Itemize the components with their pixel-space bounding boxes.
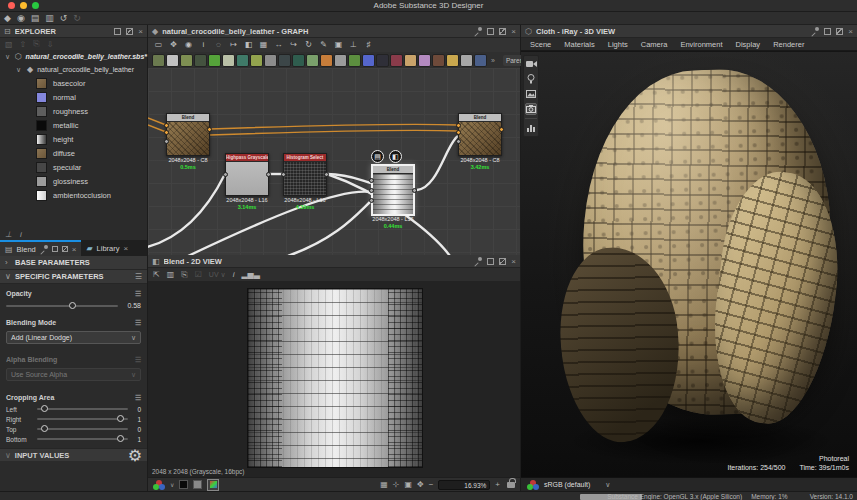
atomic-node-button[interactable]: [264, 54, 277, 67]
atomic-node-button[interactable]: [460, 54, 473, 67]
param-menu-icon[interactable]: ☰: [135, 319, 141, 327]
output-port[interactable]: [324, 172, 329, 177]
environment-image-icon[interactable]: [525, 88, 537, 100]
maximize-panel-icon[interactable]: [126, 28, 133, 35]
view3d-menu-item[interactable]: Camera: [641, 40, 668, 49]
crop-slider[interactable]: [37, 408, 128, 410]
app-toolbar-icon[interactable]: ◆: [4, 12, 11, 25]
graph-tool-icon[interactable]: ↪: [287, 39, 300, 51]
input-port[interactable]: [456, 130, 461, 135]
channel-row[interactable]: metallic: [0, 118, 147, 132]
graph-tool-icon[interactable]: ↔: [272, 39, 285, 51]
view3d-menu-item[interactable]: Scene: [530, 40, 551, 49]
opacity-value[interactable]: 0.58: [123, 302, 141, 309]
graph-tool-icon[interactable]: ✥: [167, 39, 180, 51]
close-window-button[interactable]: [8, 2, 15, 9]
graph-tool-icon[interactable]: ✎: [317, 39, 330, 51]
atomic-node-button[interactable]: [194, 54, 207, 67]
crop-slider[interactable]: [37, 428, 128, 430]
atomic-node-button[interactable]: [250, 54, 263, 67]
channel-row[interactable]: specular: [0, 160, 147, 174]
texture-preview[interactable]: [247, 288, 423, 468]
tab-blend[interactable]: ▤ Blend ×: [0, 240, 81, 256]
package-row[interactable]: ∨ ⬡ natural_crocodile_belly_leather.sbs*: [0, 50, 147, 63]
input-port[interactable]: [369, 178, 374, 183]
zoom-level-field[interactable]: 16.93%: [438, 480, 490, 490]
minimize-window-button[interactable]: [20, 2, 27, 9]
pin-icon[interactable]: [474, 27, 482, 35]
input-port[interactable]: [164, 123, 169, 128]
atomic-node-button[interactable]: [292, 54, 305, 67]
channel-row[interactable]: glossiness: [0, 174, 147, 188]
node-blend-1[interactable]: Blend 2048x2048 - C8 0.5ms: [166, 113, 210, 156]
new-graph-icon[interactable]: ▧: [5, 40, 13, 49]
atomic-node-button[interactable]: [418, 54, 431, 67]
crop-slider-knob[interactable]: [117, 435, 124, 442]
view3d-viewport[interactable]: Photoreal Iterations: 254/500Time: 39s/1…: [521, 52, 857, 477]
frame-icon[interactable]: ▣: [404, 480, 412, 489]
lock-icon[interactable]: [507, 482, 515, 488]
input-values-section[interactable]: ∨ INPUT VALUES ⚙: [0, 448, 147, 461]
graph-tool-icon[interactable]: ⊥: [347, 39, 360, 51]
channel-row[interactable]: basecolor: [0, 76, 147, 90]
copy-image-icon[interactable]: ⎘: [181, 270, 187, 280]
chevron-down-icon[interactable]: ∨: [5, 53, 11, 61]
output-port[interactable]: [266, 172, 271, 177]
midgray-swatch[interactable]: [193, 480, 202, 489]
tab-library[interactable]: ▰ Library ×: [81, 240, 133, 256]
channel-row[interactable]: ambientocclusion: [0, 188, 147, 202]
light-icon[interactable]: [525, 73, 537, 85]
atomic-node-button[interactable]: [152, 54, 165, 67]
properties-icon[interactable]: ⊥: [5, 230, 12, 239]
atomic-node-button[interactable]: [334, 54, 347, 67]
graph-tool-icon[interactable]: ↻: [302, 39, 315, 51]
atomic-node-button[interactable]: [320, 54, 333, 67]
node-blend-selected[interactable]: ▤ ◧ Blend 2048x2048 - L16 0.44ms: [371, 164, 415, 216]
atomic-node-button[interactable]: [362, 54, 375, 67]
render-stats-icon[interactable]: [525, 122, 537, 134]
section-menu-icon[interactable]: ☰: [135, 272, 142, 281]
input-port[interactable]: [456, 123, 461, 128]
view3d-menu-item[interactable]: Renderer: [773, 40, 804, 49]
channel-row[interactable]: roughness: [0, 104, 147, 118]
export-image-icon[interactable]: ⇱: [153, 270, 160, 279]
input-port[interactable]: [369, 198, 374, 203]
node-histogram[interactable]: Histogram Select 2048x2048 - L16 4.39ms: [283, 153, 327, 196]
maximize-panel-icon[interactable]: [499, 28, 506, 35]
fit-view-icon[interactable]: ⊹: [393, 480, 400, 489]
atomic-node-button[interactable]: [446, 54, 459, 67]
graph-tool-icon[interactable]: ↦: [227, 39, 240, 51]
blending-mode-dropdown[interactable]: Add (Linear Dodge) ∨: [6, 331, 141, 344]
opacity-slider-knob[interactable]: [69, 302, 76, 309]
graph-tool-icon[interactable]: i: [197, 39, 210, 51]
view3d-menu-item[interactable]: Display: [736, 40, 761, 49]
output-port[interactable]: [412, 188, 417, 193]
graph-row[interactable]: ∨ ◆ natural_crocodile_belly_leather: [0, 63, 147, 76]
graph-tool-icon[interactable]: ♯: [362, 39, 375, 51]
graph-tool-icon[interactable]: ◌: [212, 39, 225, 51]
close-panel-icon[interactable]: ×: [848, 28, 853, 35]
camera-settings-icon[interactable]: [525, 103, 537, 115]
crop-row-value[interactable]: 1: [133, 436, 141, 443]
save-image-icon[interactable]: ▥: [167, 270, 175, 279]
atomic-node-button[interactable]: [404, 54, 417, 67]
close-panel-icon[interactable]: ×: [511, 28, 516, 35]
pan-icon[interactable]: ✥: [417, 480, 424, 489]
node-blend-2[interactable]: Blend 2048x2048 - C8 3.42ms: [458, 113, 502, 156]
atomic-node-button[interactable]: [432, 54, 445, 67]
close-tab-icon[interactable]: ×: [124, 245, 129, 252]
input-port[interactable]: [369, 188, 374, 193]
view3d-menu-item[interactable]: Materials: [564, 40, 594, 49]
param-menu-icon[interactable]: ☰: [135, 394, 141, 402]
chevron-down-icon[interactable]: ∨: [605, 481, 610, 489]
package-name[interactable]: natural_crocodile_belly_leather.sbs*: [26, 53, 147, 60]
atomic-node-button[interactable]: [348, 54, 361, 67]
tiling-icon[interactable]: ▦: [380, 480, 388, 489]
crop-slider[interactable]: [37, 418, 128, 420]
gear-icon[interactable]: ⚙: [128, 446, 142, 465]
view3d-menu-item[interactable]: Environment: [680, 40, 722, 49]
input-port[interactable]: [164, 130, 169, 135]
channel-row[interactable]: normal: [0, 90, 147, 104]
input-port[interactable]: [456, 139, 461, 144]
colorspace-dropdown[interactable]: sRGB (default): [544, 481, 590, 488]
